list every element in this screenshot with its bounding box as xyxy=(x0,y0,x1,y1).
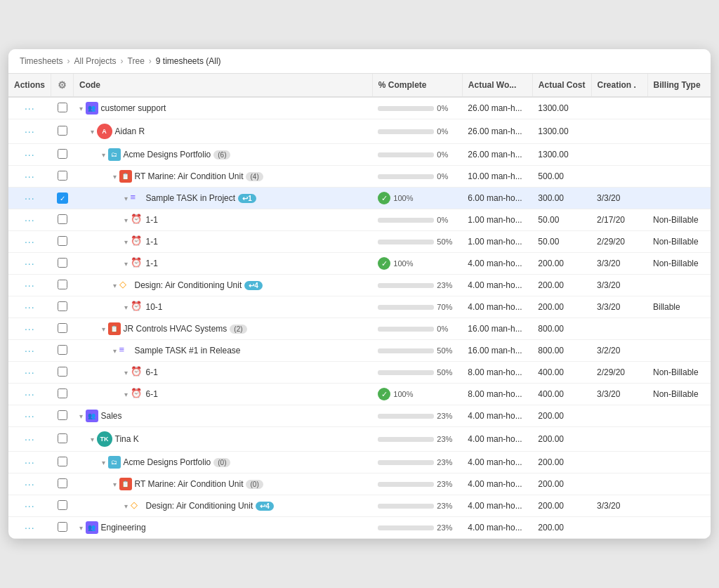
actual-cost-cell: 1300.00 xyxy=(532,97,591,119)
row-checkbox[interactable] xyxy=(58,388,67,398)
billing-cell xyxy=(647,97,711,119)
actions-dots-button[interactable]: ··· xyxy=(25,433,35,445)
actual-work-cell: 1.00 man-ho... xyxy=(462,231,532,253)
expand-chevron[interactable]: ▾ xyxy=(79,412,83,420)
count-badge: (0) xyxy=(213,458,230,467)
row-name: Sample TASK #1 in Release xyxy=(135,346,241,355)
row-checkbox[interactable] xyxy=(58,301,67,311)
settings-icon[interactable]: ⚙ xyxy=(58,79,67,91)
expand-chevron[interactable]: ▾ xyxy=(113,173,117,181)
actual-cost-cell: 50.00 xyxy=(532,209,591,231)
expand-chevron[interactable]: ▾ xyxy=(102,151,105,159)
actions-dots-button[interactable]: ··· xyxy=(25,457,35,468)
row-checkbox[interactable] xyxy=(58,103,67,112)
row-checkbox[interactable] xyxy=(58,522,67,532)
actions-dots-button[interactable]: ··· xyxy=(25,500,35,511)
actual-work-value: 1.00 man-ho... xyxy=(468,215,522,225)
expand-chevron[interactable]: ▾ xyxy=(91,436,94,443)
row-checkbox[interactable] xyxy=(58,323,67,333)
col-creation[interactable]: Creation . xyxy=(591,74,647,97)
col-actions: Actions xyxy=(8,74,51,97)
col-actual-work[interactable]: Actual Wo... xyxy=(462,74,532,97)
row-checkbox[interactable] xyxy=(58,478,67,488)
actions-dots-button[interactable]: ··· xyxy=(25,214,35,226)
actions-cell: ··· xyxy=(8,517,51,539)
actions-dots-button[interactable]: ··· xyxy=(25,103,35,114)
progress-container: 23% xyxy=(378,281,456,289)
expand-chevron[interactable]: ▾ xyxy=(113,481,117,488)
billing-value: Non-Billable xyxy=(653,367,699,377)
expand-chevron[interactable]: ▾ xyxy=(79,105,83,112)
timesheet-icon: ⏰ xyxy=(131,301,143,313)
actions-dots-button[interactable]: ··· xyxy=(25,301,35,313)
actions-dots-button[interactable]: ··· xyxy=(25,258,35,269)
expand-chevron[interactable]: ▾ xyxy=(124,195,128,202)
col-actual-cost[interactable]: Actual Cost xyxy=(532,74,591,97)
percent-cell: 50% xyxy=(372,340,462,362)
row-checkbox[interactable] xyxy=(58,171,67,181)
actions-dots-button[interactable]: ··· xyxy=(25,345,35,356)
percent-value: 0% xyxy=(437,150,456,159)
expand-chevron[interactable]: ▾ xyxy=(79,524,83,532)
actual-work-value: 4.00 man-ho... xyxy=(468,434,522,444)
actions-dots-button[interactable]: ··· xyxy=(25,192,35,204)
actions-cell: ··· xyxy=(8,231,51,253)
actions-dots-button[interactable]: ··· xyxy=(25,126,35,137)
row-checkbox[interactable] xyxy=(58,258,67,268)
actions-cell: ··· xyxy=(8,318,51,340)
checkbox-cell xyxy=(51,495,74,517)
expand-chevron[interactable]: ▾ xyxy=(113,282,117,289)
expand-chevron[interactable]: ▾ xyxy=(124,260,128,268)
row-checkbox[interactable] xyxy=(58,433,67,443)
row-checkbox[interactable] xyxy=(58,126,67,136)
actions-dots-button[interactable]: ··· xyxy=(25,323,35,334)
actions-dots-button[interactable]: ··· xyxy=(25,410,35,422)
breadcrumb-timesheets[interactable]: Timesheets xyxy=(20,56,63,66)
actual-work-cell: 26.00 man-h... xyxy=(462,119,532,144)
progress-bar-bg xyxy=(378,370,434,375)
count-badge: (6) xyxy=(213,150,230,159)
sep2: › xyxy=(121,56,124,66)
col-code[interactable]: Code xyxy=(74,74,373,97)
row-checkbox[interactable] xyxy=(58,367,67,377)
row-checkbox[interactable] xyxy=(58,280,67,289)
expand-chevron[interactable]: ▾ xyxy=(91,128,94,136)
row-checkbox[interactable] xyxy=(58,345,67,355)
row-checkbox[interactable] xyxy=(58,410,67,420)
actions-dots-button[interactable]: ··· xyxy=(25,522,35,533)
actions-dots-button[interactable]: ··· xyxy=(25,149,35,160)
expand-chevron[interactable]: ▾ xyxy=(124,216,128,224)
expand-chevron[interactable]: ▾ xyxy=(124,369,128,377)
actions-dots-button[interactable]: ··· xyxy=(25,367,35,378)
col-billing[interactable]: Billing Type xyxy=(647,74,711,97)
breadcrumb-allprojects[interactable]: All Projects xyxy=(74,56,117,66)
col-percent[interactable]: % Complete xyxy=(372,74,462,97)
code-cell: ▾ ⏰ 10-1 xyxy=(74,296,373,318)
expand-chevron[interactable]: ▾ xyxy=(124,502,128,510)
expand-chevron[interactable]: ▾ xyxy=(124,238,128,246)
actions-dots-button[interactable]: ··· xyxy=(25,171,35,182)
actions-cell: ··· xyxy=(8,209,51,231)
checkbox-cell xyxy=(51,340,74,362)
breadcrumb-tree[interactable]: Tree xyxy=(128,56,145,66)
expand-chevron[interactable]: ▾ xyxy=(124,391,128,398)
checkbox-checked[interactable]: ✓ xyxy=(57,192,68,204)
actions-dots-button[interactable]: ··· xyxy=(25,388,35,400)
actions-dots-button[interactable]: ··· xyxy=(25,478,35,490)
row-checkbox[interactable] xyxy=(58,457,67,466)
portfolio-icon: 🗂 xyxy=(108,148,121,161)
expand-chevron[interactable]: ▾ xyxy=(102,459,105,466)
row-checkbox[interactable] xyxy=(58,214,67,224)
row-checkbox[interactable] xyxy=(58,236,67,246)
timesheet-icon: ⏰ xyxy=(131,388,143,400)
row-checkbox[interactable] xyxy=(58,149,67,159)
row-checkbox[interactable] xyxy=(58,500,67,510)
expand-chevron[interactable]: ▾ xyxy=(102,325,105,333)
table-row: ··· ▾ 📋 RT Marine: Air Condition Unit (0… xyxy=(8,473,711,495)
expand-chevron[interactable]: ▾ xyxy=(113,347,117,355)
actions-dots-button[interactable]: ··· xyxy=(25,236,35,247)
creation-value: 2/17/20 xyxy=(597,215,625,225)
expand-chevron[interactable]: ▾ xyxy=(124,303,128,311)
billing-cell: Non-Billable xyxy=(647,209,711,231)
actions-dots-button[interactable]: ··· xyxy=(25,280,35,291)
